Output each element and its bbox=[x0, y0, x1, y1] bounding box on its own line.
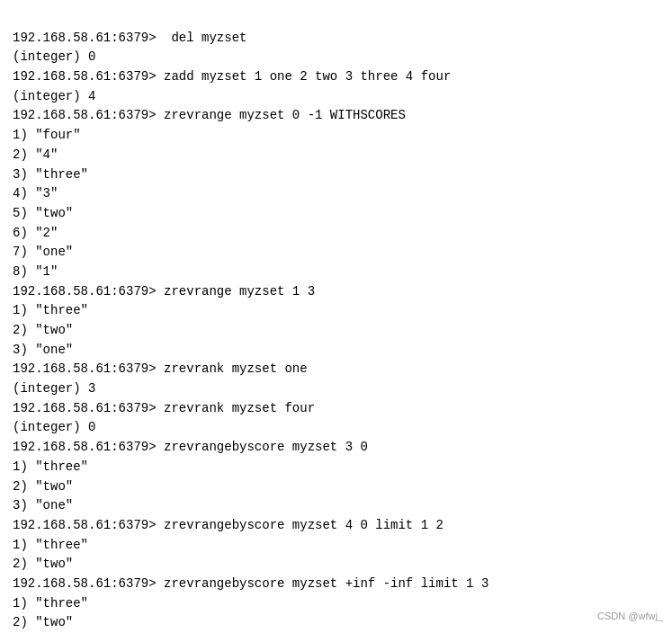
terminal-response-line: 1) "three" bbox=[13, 458, 659, 477]
terminal-response-line: 3) "one" bbox=[13, 496, 659, 516]
terminal-prompt-line: 192.168.58.61:6379> zrevrangebyscore myz… bbox=[13, 438, 659, 458]
terminal-response-line: 1) "three" bbox=[13, 594, 659, 614]
terminal-response-line: 8) "1" bbox=[13, 263, 659, 282]
terminal-response-line: 4) "3" bbox=[13, 184, 659, 204]
terminal-response-line: (integer) 0 bbox=[13, 418, 659, 438]
terminal-response-line: 1) "three" bbox=[13, 536, 659, 556]
terminal-response-line: 1) "four" bbox=[13, 126, 659, 146]
terminal-response-line: 2) "two" bbox=[13, 613, 659, 633]
terminal-output: 192.168.58.61:6379> del myzset(integer) … bbox=[13, 9, 659, 633]
watermark: CSDN @wfwj_ bbox=[597, 609, 663, 624]
terminal-prompt-line: 192.168.58.61:6379> zrevrank myzset four bbox=[13, 399, 659, 419]
terminal-prompt-line: 192.168.58.61:6379> zrevrange myzset 0 -… bbox=[13, 106, 659, 126]
terminal-response-line: 2) "two" bbox=[13, 321, 659, 341]
terminal-response-line: 5) "two" bbox=[13, 204, 659, 224]
terminal-prompt-line: 192.168.58.61:6379> zadd myzset 1 one 2 … bbox=[13, 67, 659, 87]
terminal-prompt-line: 192.168.58.61:6379> del myzset bbox=[13, 29, 659, 49]
terminal-response-line: (integer) 0 bbox=[13, 48, 659, 67]
terminal-response-line: 7) "one" bbox=[13, 243, 659, 263]
terminal-prompt-line: 192.168.58.61:6379> zrevrank myzset one bbox=[13, 360, 659, 379]
terminal-response-line: 2) "4" bbox=[13, 146, 659, 165]
terminal-response-line: (integer) 3 bbox=[13, 379, 659, 399]
terminal-prompt-line: 192.168.58.61:6379> zrevrange myzset 1 3 bbox=[13, 282, 659, 302]
terminal-response-line: 1) "three" bbox=[13, 301, 659, 321]
terminal-response-line: 3) "three" bbox=[13, 165, 659, 185]
terminal-prompt-line: 192.168.58.61:6379> zrevrangebyscore myz… bbox=[13, 575, 659, 594]
terminal-response-line: 3) "one" bbox=[13, 341, 659, 361]
terminal-response-line: 2) "two" bbox=[13, 555, 659, 575]
terminal-response-line: 2) "two" bbox=[13, 477, 659, 497]
terminal-response-line: 6) "2" bbox=[13, 224, 659, 244]
terminal-response-line: (integer) 4 bbox=[13, 87, 659, 107]
terminal-prompt-line: 192.168.58.61:6379> zrevrangebyscore myz… bbox=[13, 516, 659, 536]
